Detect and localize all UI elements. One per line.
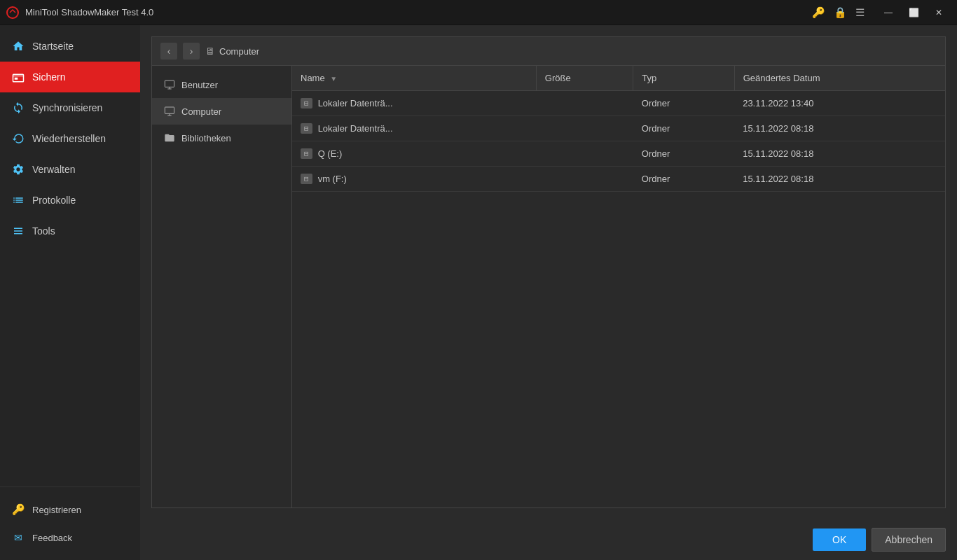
cell-name-3: ⊟ vm (F:) — [292, 167, 536, 192]
sidebar-label-synchronisieren: Synchronisieren — [32, 102, 102, 113]
sort-arrow-name: ▼ — [330, 75, 337, 83]
sidebar-label-registrieren: Registrieren — [32, 505, 81, 515]
cell-name-1: ⊟ Lokaler Datenträ... — [292, 116, 536, 141]
sidebar-bottom: 🔑 Registrieren ✉ Feedback — [0, 486, 140, 560]
sidebar-item-wiederherstellen[interactable]: Wiederherstellen — [0, 123, 140, 154]
lock-icon[interactable]: 🔒 — [834, 6, 847, 19]
cell-datum-3: 15.11.2022 08:18 — [734, 167, 945, 192]
key-icon[interactable]: 🔑 — [812, 6, 825, 19]
col-datum[interactable]: Geändertes Datum — [734, 66, 945, 91]
sidebar-item-tools[interactable]: Tools — [0, 216, 140, 246]
titlebar: MiniTool ShadowMaker Test 4.0 🔑 🔒 ☰ — ⬜ … — [0, 0, 957, 25]
file-table-body: ⊟ Lokaler Datenträ... Ordner 23.11.2022 … — [292, 91, 945, 192]
computer-tree-icon — [163, 105, 176, 118]
sidebar-label-verwalten: Verwalten — [32, 164, 75, 175]
file-list-panel: Name ▼ Größe Typ Geänderte — [292, 66, 945, 507]
tree-panel: Benutzer Computer — [152, 66, 292, 507]
filepicker-body: Benutzer Computer — [152, 66, 945, 507]
content-area: ‹ › 🖥 Computer — [140, 25, 957, 560]
restore-icon — [11, 132, 25, 146]
home-icon — [11, 39, 25, 53]
svg-rect-3 — [165, 80, 174, 87]
tree-label-benutzer: Benutzer — [181, 80, 218, 90]
tree-item-bibliotheken[interactable]: Bibliotheken — [152, 125, 291, 151]
log-icon — [11, 193, 25, 207]
tree-item-benutzer[interactable]: Benutzer — [152, 71, 291, 98]
breadcrumb-icon: 🖥 — [205, 46, 215, 57]
cell-datum-1: 15.11.2022 08:18 — [734, 116, 945, 141]
table-row[interactable]: ⊟ Lokaler Datenträ... Ordner 15.11.2022 … — [292, 116, 945, 141]
tree-label-computer: Computer — [181, 106, 221, 117]
sidebar-item-sichern[interactable]: Sichern — [0, 62, 140, 92]
cell-datum-2: 15.11.2022 08:18 — [734, 141, 945, 167]
app-title: MiniTool ShadowMaker Test 4.0 — [25, 7, 812, 18]
library-tree-icon — [163, 132, 176, 144]
back-button[interactable]: ‹ — [160, 43, 177, 59]
app-logo — [6, 6, 20, 20]
app-body: Startseite Sichern Synch — [0, 25, 957, 560]
tree-label-bibliotheken: Bibliotheken — [181, 133, 231, 144]
sidebar-item-feedback[interactable]: ✉ Feedback — [0, 524, 140, 552]
file-table-header: Name ▼ Größe Typ Geänderte — [292, 66, 945, 91]
sidebar-label-tools: Tools — [32, 225, 55, 237]
breadcrumb: 🖥 Computer — [205, 46, 259, 57]
minimize-button[interactable]: — — [876, 0, 901, 25]
col-name[interactable]: Name ▼ — [292, 66, 536, 91]
cell-groesse-2 — [536, 141, 633, 167]
file-table: Name ▼ Größe Typ Geänderte — [292, 66, 945, 192]
sidebar-item-synchronisieren[interactable]: Synchronisieren — [0, 92, 140, 123]
window-controls: — ⬜ ✕ — [876, 0, 951, 25]
filepicker-toolbar: ‹ › 🖥 Computer — [152, 37, 945, 66]
svg-rect-2 — [15, 78, 18, 80]
sidebar: Startseite Sichern Synch — [0, 25, 140, 560]
col-typ[interactable]: Typ — [633, 66, 734, 91]
menu-icon[interactable]: ☰ — [855, 6, 865, 19]
cell-name-2: ⊟ Q (E:) — [292, 141, 536, 167]
sidebar-nav: Startseite Sichern Synch — [0, 25, 140, 486]
register-icon: 🔑 — [11, 503, 25, 517]
cell-groesse-0 — [536, 91, 633, 116]
close-button[interactable]: ✕ — [926, 0, 951, 25]
cell-typ-1: Ordner — [633, 116, 734, 141]
cell-name-0: ⊟ Lokaler Datenträ... — [292, 91, 536, 116]
tree-item-computer[interactable]: Computer — [152, 98, 291, 125]
user-tree-icon — [163, 78, 176, 91]
sidebar-item-protokolle[interactable]: Protokolle — [0, 185, 140, 216]
cell-groesse-1 — [536, 116, 633, 141]
cell-typ-2: Ordner — [633, 141, 734, 167]
cell-groesse-3 — [536, 167, 633, 192]
maximize-button[interactable]: ⬜ — [901, 0, 926, 25]
cell-typ-3: Ordner — [633, 167, 734, 192]
sidebar-label-protokolle: Protokolle — [32, 195, 76, 206]
backup-icon — [11, 70, 25, 84]
sidebar-item-startseite[interactable]: Startseite — [0, 31, 140, 62]
sidebar-label-sichern: Sichern — [32, 71, 65, 83]
table-row[interactable]: ⊟ vm (F:) Ordner 15.11.2022 08:18 — [292, 167, 945, 192]
forward-button[interactable]: › — [183, 43, 200, 59]
manage-icon — [11, 162, 25, 176]
tools-icon — [11, 224, 25, 238]
sync-icon — [11, 101, 25, 115]
cell-datum-0: 23.11.2022 13:40 — [734, 91, 945, 116]
cancel-button[interactable]: Abbrechen — [872, 528, 946, 552]
table-row[interactable]: ⊟ Q (E:) Ordner 15.11.2022 08:18 — [292, 141, 945, 167]
file-picker-dialog: ‹ › 🖥 Computer — [151, 36, 946, 508]
titlebar-action-icons: 🔑 🔒 ☰ — [812, 6, 865, 19]
ok-button[interactable]: OK — [813, 528, 866, 551]
sidebar-label-startseite: Startseite — [32, 41, 74, 52]
cell-typ-0: Ordner — [633, 91, 734, 116]
sidebar-label-feedback: Feedback — [32, 533, 72, 543]
svg-rect-4 — [165, 107, 174, 113]
col-groesse[interactable]: Größe — [536, 66, 633, 91]
sidebar-item-verwalten[interactable]: Verwalten — [0, 154, 140, 185]
feedback-icon: ✉ — [11, 531, 25, 545]
svg-point-0 — [7, 7, 18, 18]
breadcrumb-label: Computer — [219, 46, 259, 57]
dialog-footer: OK Abbrechen — [140, 519, 957, 560]
sidebar-label-wiederherstellen: Wiederherstellen — [32, 133, 106, 144]
table-row[interactable]: ⊟ Lokaler Datenträ... Ordner 23.11.2022 … — [292, 91, 945, 116]
sidebar-item-registrieren[interactable]: 🔑 Registrieren — [0, 496, 140, 524]
